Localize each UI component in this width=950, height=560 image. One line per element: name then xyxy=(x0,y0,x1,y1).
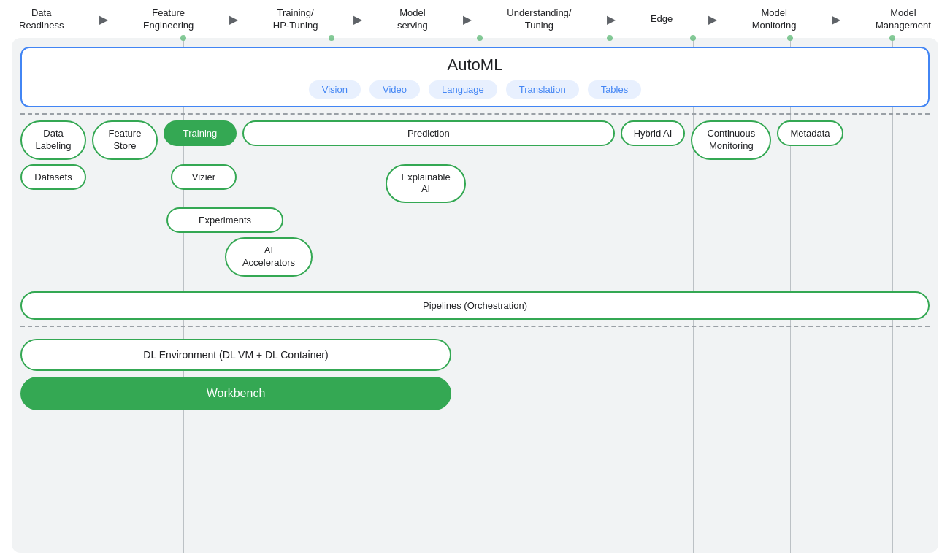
step-understanding: Understanding/ Tuning xyxy=(507,7,571,32)
automl-chips: Vision Video Language Translation Tables xyxy=(34,80,916,99)
datasets-pill: Datasets xyxy=(20,164,86,190)
prediction-pill: Prediction xyxy=(242,120,615,146)
data-labeling-pill: Data Labeling xyxy=(20,120,86,160)
automl-section: AutoML Vision Video Language Translation… xyxy=(20,47,930,107)
explainable-ai-pill: Explainable AI xyxy=(386,164,466,204)
arrow-5: ▶ xyxy=(607,12,616,26)
arrow-4: ▶ xyxy=(463,12,472,26)
diagram-area: AutoML Vision Video Language Translation… xyxy=(12,38,938,553)
hybrid-ai-pill: Hybrid AI xyxy=(621,120,686,146)
step-training-tuning: Training/ HP-Tuning xyxy=(273,7,318,32)
continuous-monitoring-pill: Continuous Monitoring xyxy=(691,120,771,160)
chip-tables: Tables xyxy=(588,80,642,99)
step-model-monitoring: Model Monitoring xyxy=(752,7,797,32)
step-feature-engineering: Feature Engineering xyxy=(143,7,194,32)
chip-video: Video xyxy=(369,80,420,99)
arrow-2: ▶ xyxy=(229,12,238,26)
training-pill: Training xyxy=(164,120,237,146)
pipelines-section: Pipelines (Orchestration) xyxy=(20,291,930,320)
main-components-row: Data Labeling Feature Store Training Pre… xyxy=(20,120,930,160)
dashed-divider-bottom xyxy=(20,326,930,327)
main-container: Data Readiness ▶ Feature Engineering ▶ T… xyxy=(0,0,950,560)
metadata-pill: Metadata xyxy=(777,120,843,146)
bottom-section: DL Environment (DL VM + DL Container) Wo… xyxy=(20,333,930,410)
step-data-readiness: Data Readiness xyxy=(19,7,64,32)
chip-translation: Translation xyxy=(506,80,579,99)
chip-vision: Vision xyxy=(309,80,361,99)
arrow-1: ▶ xyxy=(99,12,108,26)
chip-language: Language xyxy=(429,80,497,99)
ai-accelerators-pill: AI Accelerators xyxy=(225,237,313,277)
experiments-pill: Experiments xyxy=(166,207,283,233)
workbench-pill: Workbench xyxy=(20,377,451,410)
pipelines-pill: Pipelines (Orchestration) xyxy=(20,291,930,320)
step-model-management: Model Management xyxy=(876,7,931,32)
dashed-divider-top xyxy=(20,113,930,115)
arrow-7: ▶ xyxy=(832,12,840,26)
step-edge: Edge xyxy=(651,13,673,26)
arrow-3: ▶ xyxy=(353,12,362,26)
middle-section: Data Labeling Feature Store Training Pre… xyxy=(20,120,930,283)
dl-environment-pill: DL Environment (DL VM + DL Container) xyxy=(20,339,451,371)
prediction-group: Explainable AI xyxy=(386,164,466,204)
step-model-serving: Model serving xyxy=(397,7,428,32)
pipeline-steps: Data Readiness ▶ Feature Engineering ▶ T… xyxy=(12,7,938,32)
arrow-6: ▶ xyxy=(708,12,717,26)
vizier-pill: Vizier xyxy=(171,164,237,190)
automl-title: AutoML xyxy=(34,55,916,74)
feature-store-pill: Feature Store xyxy=(92,120,158,160)
